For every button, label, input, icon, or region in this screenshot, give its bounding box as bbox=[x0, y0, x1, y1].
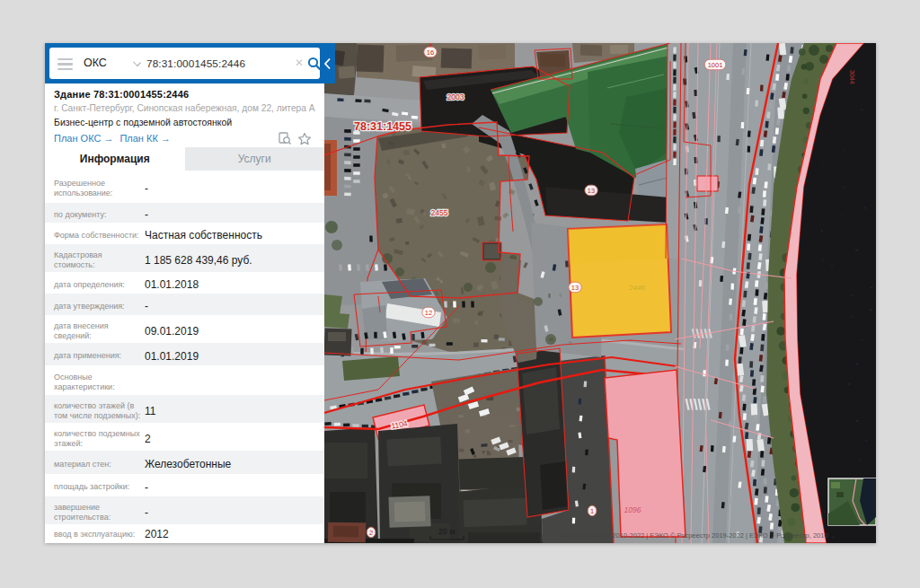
svg-text:16: 16 bbox=[427, 48, 434, 57]
svg-text:13: 13 bbox=[571, 284, 579, 292]
svg-text:78:31:1455: 78:31:1455 bbox=[354, 120, 411, 133]
svg-text:2: 2 bbox=[369, 529, 373, 537]
svg-text:12: 12 bbox=[425, 309, 432, 317]
svg-text:2003: 2003 bbox=[447, 92, 464, 101]
svg-text:2455: 2455 bbox=[431, 208, 448, 217]
svg-text:13: 13 bbox=[588, 187, 595, 195]
svg-text:1096: 1096 bbox=[624, 505, 641, 514]
svg-text:2446: 2446 bbox=[628, 284, 645, 292]
svg-text:3044: 3044 bbox=[849, 70, 855, 84]
svg-text:1: 1 bbox=[590, 507, 594, 515]
svg-text:1001: 1001 bbox=[708, 61, 723, 69]
svg-text:20 м: 20 м bbox=[438, 527, 456, 536]
svg-text:ПКК © Росреестр 2010-2022 | ЕЭ: ПКК © Росреестр 2010-2022 | ЕЭКО © Росре… bbox=[556, 531, 828, 540]
